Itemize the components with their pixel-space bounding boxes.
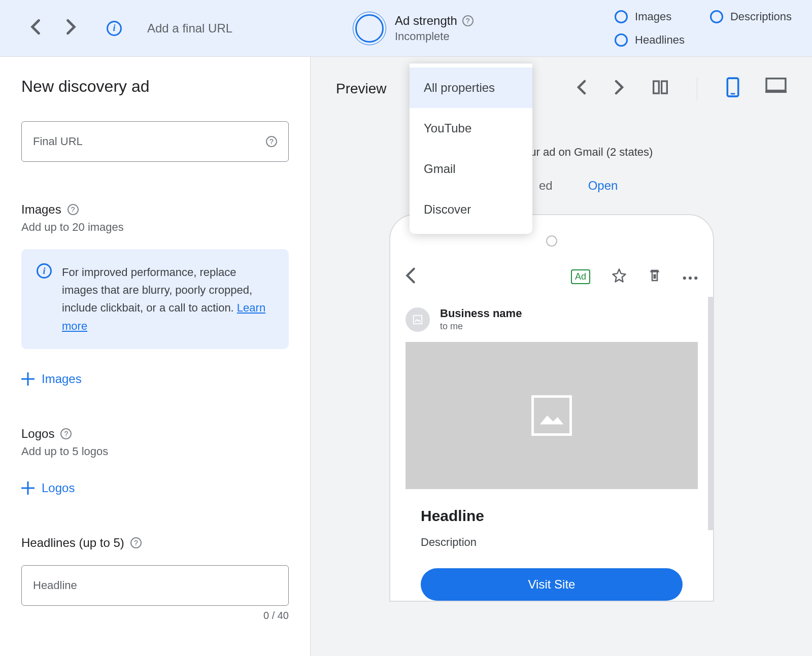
preview-context-text: our ad on Gmail (2 states) [524, 146, 653, 159]
svg-point-8 [683, 277, 686, 280]
dropdown-item-gmail[interactable]: Gmail [410, 149, 532, 189]
check-images[interactable]: Images [615, 10, 685, 23]
sender-avatar-icon [405, 307, 430, 332]
add-images-label: Images [42, 372, 82, 386]
left-panel: New discovery ad Final URL ? Images ? Ad… [0, 57, 311, 656]
add-logos-label: Logos [42, 481, 75, 495]
tab-open[interactable]: Open [588, 179, 618, 193]
ad-headline: Headline [421, 507, 683, 525]
preview-panel: Preview [311, 57, 812, 656]
page-title: New discovery ad [21, 77, 289, 96]
top-bar: i Add a final URL Ad strength ? Incomple… [0, 0, 812, 57]
radio-icon [615, 10, 628, 23]
topbar-url-hint: Add a final URL [147, 21, 232, 36]
radio-icon [710, 10, 723, 23]
compare-view-icon[interactable] [652, 79, 668, 98]
tab-collapsed-partial[interactable]: ed [539, 179, 553, 193]
ad-strength-value: Incomplete [395, 30, 473, 43]
mobile-device-icon[interactable] [726, 77, 740, 100]
dropdown-item-youtube[interactable]: YouTube [410, 108, 532, 149]
help-icon[interactable]: ? [130, 537, 142, 548]
logos-section-sub: Add up to 5 logos [21, 445, 289, 458]
dropdown-item-discover[interactable]: Discover [410, 189, 532, 230]
logos-section-title: Logos [21, 427, 54, 441]
ad-strength-label: Ad strength ? [395, 14, 473, 28]
plus-icon [21, 372, 35, 386]
help-icon[interactable]: ? [60, 428, 72, 439]
images-info-text: For improved performance, replace images… [62, 266, 252, 314]
logos-section: Logos ? Add up to 5 logos Logos [21, 427, 289, 495]
svg-rect-11 [414, 315, 422, 324]
check-headlines-label: Headlines [635, 33, 685, 47]
nav-forward-icon[interactable] [66, 19, 76, 38]
more-icon[interactable] [683, 271, 698, 283]
nav-back-icon[interactable] [30, 19, 41, 38]
preview-prev-icon[interactable] [577, 80, 586, 97]
ad-strength-block: Ad strength ? Incomplete [355, 14, 473, 43]
email-scrollbar[interactable] [708, 297, 713, 530]
check-descriptions[interactable]: Descriptions [710, 10, 792, 23]
final-url-placeholder: Final URL [33, 135, 83, 148]
ad-badge: Ad [571, 269, 590, 284]
sender-to: to me [440, 321, 522, 332]
ad-strength-meter-icon [355, 14, 384, 43]
star-icon[interactable] [612, 268, 627, 286]
check-images-label: Images [635, 10, 671, 23]
visit-site-button[interactable]: Visit Site [421, 568, 683, 601]
svg-rect-1 [662, 81, 667, 93]
nav-arrows [30, 19, 76, 38]
images-section: Images ? Add up to 20 images i For impro… [21, 202, 289, 386]
svg-point-9 [689, 277, 692, 280]
properties-dropdown[interactable]: All properties YouTube Gmail Discover [410, 63, 532, 234]
svg-rect-4 [766, 79, 786, 91]
headline-input[interactable]: Headline [21, 565, 289, 606]
sender-row: Business name to me [405, 297, 698, 342]
check-headlines[interactable]: Headlines [615, 33, 685, 47]
preview-state-tabs: ed Open [539, 179, 618, 193]
final-url-input[interactable]: Final URL ? [21, 121, 289, 162]
svg-point-10 [694, 277, 697, 280]
image-placeholder-icon [531, 395, 572, 436]
ad-strength-label-text: Ad strength [395, 14, 457, 28]
add-logos-button[interactable]: Logos [21, 481, 289, 495]
help-icon[interactable]: ? [462, 15, 473, 26]
phone-mockup: Ad [389, 214, 714, 602]
info-icon: i [37, 263, 52, 279]
plus-icon [21, 481, 35, 495]
ad-hero-image-placeholder [405, 342, 698, 489]
info-icon[interactable]: i [107, 21, 122, 36]
svg-rect-0 [654, 81, 659, 93]
ad-description: Description [421, 536, 683, 549]
delete-icon[interactable] [648, 268, 661, 286]
phone-speaker-icon [546, 235, 557, 247]
sender-name: Business name [440, 307, 522, 320]
radio-icon [615, 33, 628, 47]
preview-next-icon[interactable] [615, 80, 624, 97]
images-info-box: i For improved performance, replace imag… [21, 249, 289, 349]
preview-title: Preview [336, 81, 387, 97]
help-icon[interactable]: ? [67, 204, 79, 215]
check-descriptions-label: Descriptions [730, 10, 792, 23]
headline-char-count: 0 / 40 [21, 610, 289, 622]
ad-strength-checks: Images Descriptions Headlines [615, 10, 792, 47]
headlines-section: Headlines (up to 5) ? Headline 0 / 40 [21, 536, 289, 622]
add-images-button[interactable]: Images [21, 372, 289, 386]
email-back-icon[interactable] [405, 267, 416, 287]
desktop-device-icon[interactable] [765, 77, 787, 100]
headline-placeholder: Headline [33, 579, 77, 592]
images-section-sub: Add up to 20 images [21, 221, 289, 234]
dropdown-item-all[interactable]: All properties [410, 67, 532, 108]
help-icon[interactable]: ? [266, 136, 277, 147]
images-section-title: Images [21, 202, 61, 217]
headlines-section-title: Headlines (up to 5) [21, 536, 124, 550]
